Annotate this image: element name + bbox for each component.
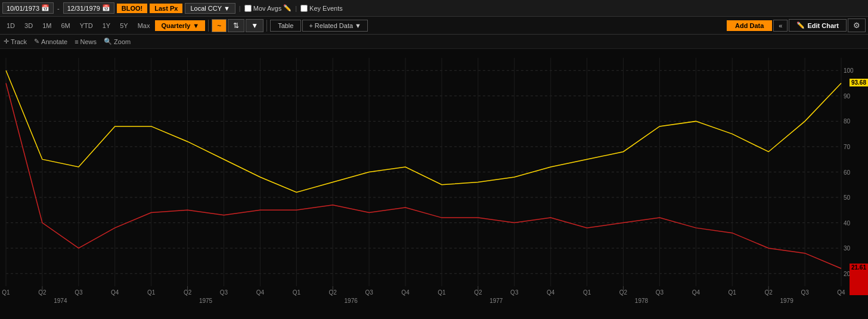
svg-text:Q4: Q4 — [401, 289, 410, 296]
plus-icon: + — [309, 22, 312, 29]
edit-chart-button[interactable]: ✏️ Edit Chart — [789, 19, 847, 32]
date-separator: - — [56, 5, 61, 12]
add-data-button[interactable]: Add Data — [727, 20, 772, 31]
dropdown-arrow: ▼ — [224, 5, 230, 12]
svg-text:100: 100 — [844, 67, 854, 74]
svg-text:50: 50 — [844, 194, 851, 201]
svg-text:Q1: Q1 — [583, 289, 591, 296]
bar-chart-button[interactable]: ⇅ — [228, 19, 244, 32]
bloom-button[interactable]: BLOO! — [117, 4, 147, 13]
mov-avgs-check[interactable] — [244, 5, 252, 12]
period-6m[interactable]: 6M — [57, 20, 74, 31]
related-data-arrow: ▼ — [355, 22, 361, 29]
divider-vertical-2 — [266, 20, 267, 32]
period-1y[interactable]: 1Y — [98, 20, 114, 31]
svg-text:90: 90 — [844, 93, 851, 100]
svg-text:Q4: Q4 — [111, 289, 119, 296]
svg-text:Q4: Q4 — [692, 289, 700, 296]
period-1m[interactable]: 1M — [38, 20, 55, 31]
news-icon: ≡ — [75, 38, 78, 45]
chart-area: 1009080706050403020 Q1Q2Q3Q4Q1Q2Q3Q4Q1Q2… — [0, 49, 868, 319]
svg-text:1978: 1978 — [635, 298, 649, 304]
period-max[interactable]: Max — [134, 20, 154, 31]
period-ytd[interactable]: YTD — [76, 20, 97, 31]
edit-chart-label: Edit Chart — [807, 22, 839, 29]
table-button[interactable]: Table — [270, 20, 301, 32]
key-events-check[interactable] — [300, 5, 308, 12]
line-chart-button[interactable]: ~ — [212, 19, 227, 32]
divider1: | — [239, 5, 241, 12]
svg-text:60: 60 — [844, 169, 851, 176]
period-3d[interactable]: 3D — [20, 20, 37, 31]
divider-vertical-1 — [208, 20, 209, 32]
svg-text:1977: 1977 — [489, 298, 503, 304]
pencil-icon: ✏️ — [283, 4, 292, 12]
svg-text:Q3: Q3 — [510, 289, 519, 296]
last-px-button[interactable]: Last Px — [150, 4, 182, 13]
svg-text:Q4: Q4 — [256, 289, 265, 296]
svg-text:1976: 1976 — [345, 298, 358, 304]
start-date-text: 10/01/1973 — [7, 5, 39, 12]
news-tool[interactable]: ≡ News — [75, 38, 97, 45]
track-tool[interactable]: ✛ Track — [4, 38, 27, 45]
svg-text:40: 40 — [844, 220, 851, 227]
calendar-icon: 📅 — [41, 4, 49, 12]
svg-text:70: 70 — [844, 144, 851, 150]
quarterly-button[interactable]: Quarterly ▼ — [155, 20, 205, 31]
red-price-label: 21.61 — [850, 264, 868, 295]
svg-text:Q1: Q1 — [2, 289, 10, 296]
svg-text:1979: 1979 — [780, 298, 794, 304]
crosshair-icon: ✛ — [4, 38, 9, 45]
svg-text:Q4: Q4 — [837, 289, 845, 296]
zoom-icon: 🔍 — [104, 38, 112, 45]
yellow-price-label: 93.68 — [850, 79, 868, 86]
chart-type-down[interactable]: ▼ — [246, 19, 264, 32]
zoom-tool[interactable]: 🔍 Zoom — [104, 38, 131, 45]
svg-text:Q4: Q4 — [547, 289, 555, 296]
news-label: News — [80, 38, 97, 45]
zoom-label: Zoom — [114, 38, 131, 45]
quarterly-arrow: ▼ — [193, 22, 199, 29]
svg-text:Q3: Q3 — [365, 289, 373, 296]
start-date-button[interactable]: 10/01/1973 📅 — [2, 2, 54, 14]
key-events-label: Key Events — [309, 5, 343, 12]
annotate-icon: ✎ — [34, 38, 39, 45]
chart-svg: 1009080706050403020 Q1Q2Q3Q4Q1Q2Q3Q4Q1Q2… — [0, 49, 868, 319]
top-toolbar: 10/01/1973 📅 - 12/31/1979 📅 BLOO! Last P… — [0, 0, 868, 17]
mov-avgs-checkbox[interactable]: Mov Avgs ✏️ — [244, 4, 292, 12]
local-ccy-label: Local CCY — [190, 5, 222, 12]
pencil-icon-edit: ✏️ — [796, 21, 805, 29]
svg-text:Q3: Q3 — [220, 289, 228, 296]
period-1d[interactable]: 1D — [2, 20, 19, 31]
svg-text:Q3: Q3 — [75, 289, 83, 296]
svg-text:30: 30 — [844, 245, 851, 252]
svg-text:Q1: Q1 — [728, 289, 737, 296]
calendar-icon-2: 📅 — [102, 4, 110, 12]
svg-text:Q1: Q1 — [293, 289, 301, 296]
end-date-text: 12/31/1979 — [67, 5, 100, 12]
related-data-button[interactable]: + Related Data ▼ — [302, 20, 368, 32]
svg-text:Q3: Q3 — [801, 289, 809, 296]
end-date-button[interactable]: 12/31/1979 📅 — [63, 2, 114, 14]
mov-avgs-label: Mov Avgs — [253, 5, 282, 12]
gear-button[interactable]: ⚙ — [848, 18, 866, 32]
track-label: Track — [11, 38, 27, 45]
quarterly-label: Quarterly — [161, 22, 190, 29]
period-5y[interactable]: 5Y — [116, 20, 132, 31]
svg-text:80: 80 — [844, 118, 851, 125]
local-ccy-button[interactable]: Local CCY ▼ — [185, 3, 235, 14]
double-chevron-button[interactable]: « — [773, 20, 788, 32]
divider2: | — [295, 5, 297, 12]
svg-text:Q3: Q3 — [656, 289, 664, 296]
annotate-label: Annotate — [41, 38, 67, 45]
svg-text:Q1: Q1 — [438, 289, 446, 296]
svg-text:1975: 1975 — [199, 298, 213, 304]
key-events-checkbox[interactable]: Key Events — [300, 5, 343, 12]
tools-toolbar: ✛ Track ✎ Annotate ≡ News 🔍 Zoom — [0, 35, 868, 49]
svg-text:Q1: Q1 — [147, 289, 156, 296]
period-toolbar: 1D 3D 1M 6M YTD 1Y 5Y Max Quarterly ▼ ~ … — [0, 17, 868, 35]
related-data-label: Related Data — [315, 22, 353, 29]
svg-text:1974: 1974 — [54, 298, 67, 304]
annotate-tool[interactable]: ✎ Annotate — [34, 38, 67, 45]
